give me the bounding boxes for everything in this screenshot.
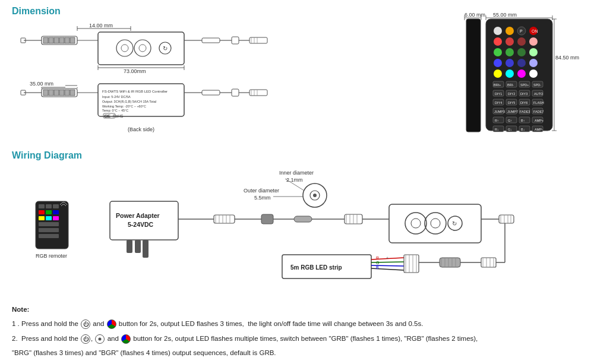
svg-text:84.50 mm: 84.50 mm — [555, 55, 579, 61]
svg-point-96 — [529, 48, 538, 56]
svg-text:BRI-: BRI- — [507, 83, 514, 87]
svg-point-90 — [505, 37, 514, 46]
svg-text:DFi: DFi — [105, 115, 110, 118]
svg-point-84 — [505, 27, 514, 35]
svg-text:FS-DWTS  WiFi & IR RGB LED Con: FS-DWTS WiFi & IR RGB LED Controller — [102, 90, 168, 93]
remote-dimension-svg: 6.00 mm 55.00 mm 84.50 mm — [463, 6, 582, 143]
svg-point-95 — [517, 48, 526, 56]
svg-rect-179 — [127, 240, 132, 253]
svg-rect-10 — [59, 37, 64, 43]
svg-text:(Back side): (Back side) — [128, 126, 154, 132]
svg-text:Power Adapter: Power Adapter — [116, 212, 160, 219]
dimension-section: Dimension 14.00 mm — [12, 6, 582, 144]
svg-text:Outer diameter: Outer diameter — [244, 188, 279, 194]
dimension-drawing: 14.00 mm — [12, 21, 321, 155]
svg-text:BRI+: BRI+ — [494, 83, 501, 87]
svg-text:DIY4: DIY4 — [495, 101, 502, 105]
svg-rect-26 — [249, 37, 267, 43]
svg-text:R↓: R↓ — [495, 128, 499, 131]
svg-text:RGB remoter: RGB remoter — [36, 253, 67, 259]
svg-text:DIY5: DIY5 — [508, 101, 515, 105]
dimension-title: Dimension — [12, 6, 451, 17]
svg-point-97 — [494, 59, 502, 67]
svg-rect-174 — [39, 234, 59, 238]
svg-text:RoHS: RoHS — [113, 114, 124, 118]
svg-point-94 — [505, 48, 514, 56]
svg-rect-167 — [46, 210, 52, 214]
svg-rect-168 — [53, 210, 59, 214]
svg-point-195 — [405, 213, 426, 234]
wiring-section: Wiring Diagram Inner diameter 2.1mm Oute… — [12, 150, 582, 298]
svg-point-17 — [134, 40, 151, 56]
svg-rect-190 — [261, 214, 273, 224]
svg-text:Working Temp: -20°C ~ +60°C: Working Temp: -20°C ~ +60°C — [102, 105, 146, 108]
svg-rect-171 — [53, 216, 59, 220]
svg-point-91 — [517, 37, 526, 46]
svg-rect-170 — [46, 216, 52, 220]
svg-rect-11 — [65, 37, 69, 43]
svg-text:5m RGB LED strip: 5m RGB LED strip — [290, 264, 342, 271]
svg-text:Temp: 0°C ~ 45°C: Temp: 0°C ~ 45°C — [102, 109, 128, 112]
svg-rect-22 — [202, 38, 220, 43]
svg-point-104 — [529, 69, 538, 78]
svg-text:↻: ↻ — [163, 45, 168, 52]
dimension-left: Dimension 14.00 mm — [12, 6, 451, 143]
svg-text:JUMP7: JUMP7 — [507, 110, 518, 113]
svg-text:+: + — [386, 256, 388, 260]
svg-text:B: B — [376, 265, 379, 270]
svg-rect-192 — [294, 216, 312, 222]
svg-rect-169 — [39, 216, 45, 220]
svg-text:B↑: B↑ — [521, 119, 525, 122]
svg-text:5-24VDC: 5-24VDC — [128, 221, 154, 228]
svg-text:6.00 mm: 6.00 mm — [465, 12, 485, 18]
svg-text:G↑: G↑ — [508, 119, 512, 122]
svg-text:14.00 mm: 14.00 mm — [89, 23, 113, 29]
svg-point-15 — [116, 40, 133, 56]
svg-point-98 — [505, 59, 514, 67]
svg-point-16 — [121, 45, 128, 52]
svg-text:AUTO: AUTO — [534, 92, 544, 96]
rgb-button-icon2 — [121, 334, 131, 344]
svg-point-103 — [517, 69, 526, 78]
svg-point-157 — [313, 194, 317, 197]
svg-rect-42 — [70, 90, 75, 96]
svg-rect-40 — [59, 90, 64, 96]
svg-text:FADE7: FADE7 — [533, 110, 544, 113]
svg-text:Inner diameter: Inner diameter — [279, 170, 314, 176]
power-button-icon2: ⏻ — [81, 334, 90, 344]
svg-text:JUMP3: JUMP3 — [494, 110, 505, 113]
svg-rect-173 — [39, 228, 59, 232]
svg-text:B↓: B↓ — [521, 128, 525, 131]
svg-point-93 — [494, 48, 502, 56]
dot-button-icon — [95, 334, 105, 344]
svg-point-89 — [494, 37, 502, 46]
svg-rect-24 — [232, 37, 239, 44]
svg-rect-183 — [214, 215, 235, 223]
svg-text:Input: 5-24V DC/5A: Input: 5-24V DC/5A — [102, 95, 131, 99]
svg-text:SPD+: SPD+ — [520, 83, 529, 87]
svg-text:55.00 mm: 55.00 mm — [493, 12, 517, 18]
svg-rect-181 — [143, 240, 148, 258]
svg-rect-164 — [46, 204, 52, 208]
svg-text:↻: ↻ — [452, 220, 457, 227]
svg-rect-209 — [499, 215, 514, 223]
svg-point-101 — [494, 69, 502, 78]
svg-text:AMP-: AMP- — [535, 128, 543, 131]
svg-text:DIY3: DIY3 — [520, 92, 527, 96]
svg-text:G: G — [376, 261, 379, 265]
svg-text:DIY6: DIY6 — [520, 101, 527, 105]
wiring-diagram-svg: Inner diameter 2.1mm Outer diameter 5.5m… — [12, 166, 588, 296]
svg-rect-77 — [466, 19, 481, 132]
svg-rect-12 — [70, 37, 75, 43]
svg-point-99 — [517, 59, 526, 67]
notes-label: Note: — [12, 304, 582, 315]
svg-point-197 — [425, 213, 446, 234]
svg-text:R: R — [376, 256, 379, 260]
svg-rect-38 — [49, 90, 53, 96]
svg-rect-180 — [135, 240, 141, 253]
svg-text:Output: 3CH(R,G,B) 5A/CH  15A : Output: 3CH(R,G,B) 5A/CH 15A Total — [102, 100, 156, 103]
svg-text:FLASH: FLASH — [533, 101, 544, 105]
svg-text:2.1mm: 2.1mm — [286, 177, 303, 183]
rgb-button-icon — [107, 319, 116, 329]
dimension-right: 6.00 mm 55.00 mm 84.50 mm — [463, 6, 582, 144]
